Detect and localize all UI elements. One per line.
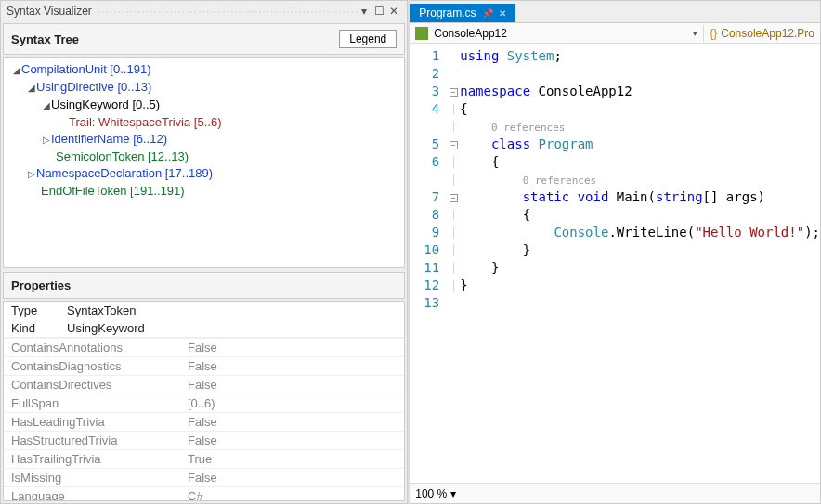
code-editor[interactable]: 1 2 3 4 5 6 7 8 9 10 11 12 13 − ││ − ││ … [410, 44, 820, 503]
tree-node-usingkeyword[interactable]: UsingKeyword [0..5) [51, 97, 160, 111]
line-gutter: 1 2 3 4 5 6 7 8 9 10 11 12 13 [410, 44, 447, 503]
properties-panel: TypeSyntaxToken KindUsingKeyword Contain… [3, 301, 405, 501]
prop-row: FullSpan[0..6) [4, 394, 404, 412]
dropdown-icon[interactable]: ▾ [357, 5, 371, 18]
panel-titlebar: Syntax Visualizer ······················… [1, 1, 407, 21]
prop-type-label: Type [11, 304, 67, 317]
legend-button[interactable]: Legend [339, 30, 397, 48]
expander-icon[interactable]: ▷ [41, 132, 51, 149]
code-editor-panel: Program.cs 📌 ✕ ConsoleApp12 ▾ {} Console… [410, 0, 821, 504]
expander-icon[interactable]: ◢ [26, 80, 36, 97]
prop-row: ContainsAnnotationsFalse [4, 338, 404, 356]
chevron-down-icon[interactable]: ▾ [450, 487, 456, 500]
prop-row: HasLeadingTriviaFalse [4, 412, 404, 431]
tree-node-eof[interactable]: EndOfFileToken [191..191) [41, 184, 185, 198]
syntax-tree-header: Syntax Tree Legend [3, 23, 405, 55]
expander-icon[interactable]: ◢ [41, 97, 51, 114]
tree-node-usingdirective[interactable]: UsingDirective [0..13) [36, 80, 151, 94]
pin-icon[interactable]: 📌 [482, 8, 493, 19]
tab-label: Program.cs [419, 6, 476, 19]
prop-row: IsMissingFalse [4, 468, 404, 486]
tabbar: Program.cs 📌 ✕ [410, 1, 820, 23]
namespace-crumb: ConsoleApp12.Pro [721, 27, 814, 40]
syntax-tree[interactable]: ◢CompilationUnit [0..191) ◢UsingDirectiv… [3, 57, 405, 268]
project-dropdown[interactable]: ConsoleApp12 ▾ [410, 25, 704, 42]
fold-gutter[interactable]: − ││ − ││ − ││ ││ │ [447, 44, 460, 503]
close-icon[interactable]: ✕ [499, 8, 506, 19]
tree-node-identifiername[interactable]: IdentifierName [6..12) [51, 132, 167, 146]
prop-type-value: SyntaxToken [67, 304, 136, 317]
project-name: ConsoleApp12 [434, 27, 507, 40]
tree-node-semicolon[interactable]: SemicolonToken [12..13) [56, 149, 189, 163]
fold-icon[interactable]: − [450, 88, 458, 97]
nav-bar: ConsoleApp12 ▾ {} ConsoleApp12.Pro [410, 23, 820, 44]
properties-title: Properties [11, 278, 71, 292]
expander-icon[interactable]: ▷ [26, 166, 36, 183]
panel-title-text: Syntax Visualizer [7, 5, 92, 18]
prop-row: HasStructuredTriviaFalse [4, 431, 404, 449]
close-icon[interactable]: ✕ [386, 5, 401, 18]
pin-icon[interactable]: ☐ [371, 5, 386, 18]
tab-programcs[interactable]: Program.cs 📌 ✕ [410, 4, 515, 22]
namespace-dropdown[interactable]: {} ConsoleApp12.Pro [704, 25, 820, 42]
zoom-level[interactable]: 100 % [415, 487, 447, 500]
tree-node-namespacedecl[interactable]: NamespaceDeclaration [17..189) [36, 166, 213, 180]
csharp-icon [415, 27, 428, 40]
prop-row: LanguageC# [4, 486, 404, 500]
fold-icon[interactable]: − [450, 141, 458, 149]
prop-kind-label: Kind [11, 321, 67, 335]
zoom-bar: 100 % ▾ [410, 483, 820, 503]
properties-grid[interactable]: ContainsAnnotationsFalse ContainsDiagnos… [4, 337, 404, 500]
properties-header: Properties [3, 272, 405, 299]
prop-row: ContainsDirectivesFalse [4, 375, 404, 394]
fold-icon[interactable]: − [450, 194, 458, 202]
syntax-tree-title: Syntax Tree [11, 32, 79, 46]
prop-row: HasTrailingTriviaTrue [4, 449, 404, 468]
tree-node-compilationunit[interactable]: CompilationUnit [0..191) [21, 62, 150, 76]
prop-row: ContainsDiagnosticsFalse [4, 356, 404, 375]
titlebar-grip[interactable]: ········································… [98, 5, 357, 18]
prop-kind-value: UsingKeyword [67, 321, 145, 335]
chevron-down-icon: ▾ [693, 29, 697, 38]
code-body[interactable]: using System; namespace ConsoleApp12 { 0… [460, 44, 820, 503]
syntax-visualizer-panel: Syntax Visualizer ······················… [0, 0, 408, 504]
expander-icon[interactable]: ◢ [11, 62, 21, 79]
tree-node-trivia[interactable]: Trail: WhitespaceTrivia [5..6) [69, 115, 221, 129]
